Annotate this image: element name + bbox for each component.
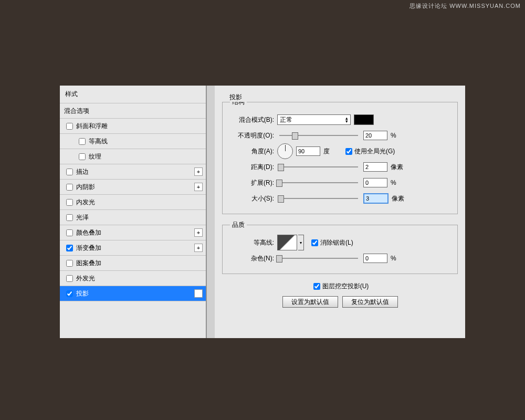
style-checkbox[interactable]	[66, 260, 73, 267]
style-item-斜面和浮雕[interactable]: 斜面和浮雕	[60, 119, 206, 134]
style-item-光泽[interactable]: 光泽	[60, 210, 206, 225]
quality-legend: 品质	[230, 220, 247, 229]
default-buttons-row: 设置为默认值 复位为默认值	[222, 296, 458, 308]
style-checkbox[interactable]	[66, 245, 73, 251]
add-effect-icon[interactable]: +	[194, 228, 203, 237]
noise-row: 杂色(N): %	[230, 253, 450, 264]
slider-thumb[interactable]	[276, 180, 282, 187]
style-label: 颜色叠加	[76, 228, 194, 237]
opacity-input[interactable]	[363, 131, 387, 140]
spread-label: 扩展(R):	[230, 178, 274, 187]
style-label: 描边	[76, 167, 194, 176]
styles-left-panel: 样式 混合选项斜面和浮雕等高线纹理描边+内阴影+内发光光泽颜色叠加+渐变叠加+图…	[60, 86, 206, 338]
style-label: 混合选项	[64, 107, 203, 116]
angle-row: 角度(A): 度 使用全局光(G)	[230, 145, 450, 157]
noise-label: 杂色(N):	[230, 254, 274, 263]
style-item-等高线[interactable]: 等高线	[60, 134, 206, 149]
add-effect-icon[interactable]: +	[194, 244, 203, 252]
global-light-checkbox[interactable]	[345, 148, 352, 155]
antialias-checkbox[interactable]	[311, 239, 318, 246]
distance-input[interactable]	[363, 162, 387, 172]
style-item-图案叠加[interactable]: 图案叠加	[60, 256, 206, 271]
spread-row: 扩展(R): %	[230, 177, 450, 188]
blend-mode-row: 混合模式(B): 正常 ▴▾	[230, 114, 450, 125]
style-checkbox[interactable]	[66, 229, 73, 236]
layer-style-dialog: 样式 混合选项斜面和浮雕等高线纹理描边+内阴影+内发光光泽颜色叠加+渐变叠加+图…	[60, 86, 465, 338]
styles-scrollbar[interactable]	[206, 86, 215, 338]
quality-group: 品质 等高线: ▾ 消除锯齿(L) 杂色(N): %	[222, 220, 458, 274]
style-item-外发光[interactable]: 外发光	[60, 271, 206, 286]
add-effect-icon[interactable]: +	[194, 289, 203, 298]
opacity-row: 不透明度(O): %	[230, 130, 450, 141]
size-slider[interactable]	[279, 198, 358, 199]
slider-thumb[interactable]	[276, 255, 282, 262]
distance-unit: 像素	[391, 163, 406, 172]
set-default-button[interactable]: 设置为默认值	[282, 296, 338, 308]
style-label: 外发光	[76, 274, 203, 283]
angle-input[interactable]	[296, 146, 320, 156]
style-checkbox[interactable]	[66, 169, 73, 175]
style-checkbox[interactable]	[66, 199, 73, 206]
shadow-color-swatch[interactable]	[354, 114, 374, 125]
style-label: 纹理	[89, 152, 203, 161]
style-label: 图案叠加	[76, 259, 203, 268]
angle-unit: 度	[323, 147, 339, 156]
slider-thumb[interactable]	[292, 132, 298, 140]
style-label: 内发光	[76, 198, 203, 207]
knockout-checkbox[interactable]	[313, 283, 320, 290]
style-item-内阴影[interactable]: 内阴影+	[60, 180, 206, 195]
spread-input[interactable]	[363, 178, 387, 187]
opacity-unit: %	[391, 132, 406, 139]
knockout-label: 图层挖空投影(U)	[322, 282, 369, 291]
style-item-混合选项[interactable]: 混合选项	[60, 103, 206, 119]
size-label: 大小(S):	[230, 194, 274, 203]
slider-thumb[interactable]	[278, 195, 284, 203]
style-item-投影[interactable]: 投影+	[60, 286, 206, 301]
antialias-label: 消除锯齿(L)	[320, 238, 353, 247]
style-item-描边[interactable]: 描边+	[60, 164, 206, 180]
style-item-颜色叠加[interactable]: 颜色叠加+	[60, 225, 206, 240]
blend-mode-select[interactable]: 正常 ▴▾	[277, 114, 351, 125]
style-checkbox[interactable]	[66, 290, 73, 297]
style-label: 内阴影	[76, 183, 194, 192]
style-checkbox[interactable]	[66, 275, 73, 282]
spread-unit: %	[391, 179, 406, 186]
opacity-slider[interactable]	[279, 135, 358, 136]
add-effect-icon[interactable]: +	[194, 167, 203, 176]
blend-mode-value: 正常	[280, 116, 292, 124]
style-item-纹理[interactable]: 纹理	[60, 149, 206, 164]
reset-default-button[interactable]: 复位为默认值	[342, 296, 398, 308]
style-checkbox[interactable]	[79, 153, 86, 160]
style-label: 投影	[76, 289, 194, 298]
panel-title: 投影	[226, 93, 245, 102]
slider-thumb[interactable]	[278, 164, 284, 171]
style-checkbox[interactable]	[79, 138, 86, 145]
add-effect-icon[interactable]: +	[194, 183, 203, 191]
style-label: 斜面和浮雕	[76, 122, 203, 131]
style-label: 等高线	[89, 137, 203, 146]
contour-preview[interactable]	[277, 235, 297, 250]
knockout-row: 图层挖空投影(U)	[222, 280, 458, 292]
spread-slider[interactable]	[279, 182, 358, 183]
noise-input[interactable]	[363, 254, 387, 263]
size-row: 大小(S): 像素	[230, 193, 450, 204]
structure-group: 结构 混合模式(B): 正常 ▴▾ 不透明度(O): % 角度(A): 度	[222, 98, 458, 214]
contour-dropdown[interactable]: ▾	[298, 235, 304, 250]
style-item-内发光[interactable]: 内发光	[60, 195, 206, 210]
size-unit: 像素	[392, 194, 407, 203]
contour-row: 等高线: ▾ 消除锯齿(L)	[230, 237, 450, 248]
style-checkbox[interactable]	[66, 123, 73, 130]
opacity-label: 不透明度(O):	[230, 131, 274, 140]
style-checkbox[interactable]	[66, 184, 73, 191]
style-item-渐变叠加[interactable]: 渐变叠加+	[60, 240, 206, 256]
style-checkbox[interactable]	[66, 214, 73, 221]
size-input[interactable]	[363, 193, 388, 204]
noise-slider[interactable]	[279, 258, 358, 259]
blend-mode-label: 混合模式(B):	[230, 116, 274, 124]
styles-header: 样式	[60, 86, 206, 103]
noise-unit: %	[391, 255, 406, 262]
distance-slider[interactable]	[279, 166, 358, 167]
angle-dial[interactable]	[277, 143, 293, 159]
angle-label: 角度(A):	[230, 147, 274, 156]
styles-list: 混合选项斜面和浮雕等高线纹理描边+内阴影+内发光光泽颜色叠加+渐变叠加+图案叠加…	[60, 103, 206, 338]
